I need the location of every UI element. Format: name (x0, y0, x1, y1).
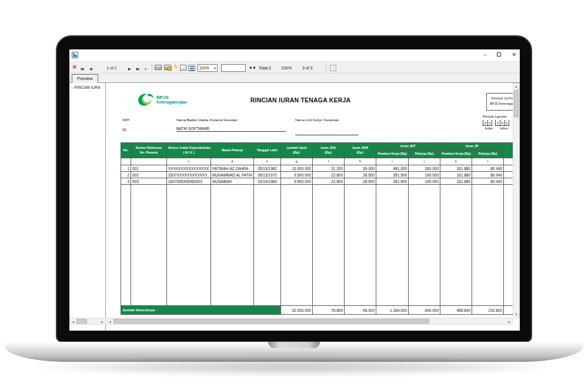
refresh-icon[interactable]: ϟ (174, 64, 177, 71)
tree-expander-icon[interactable]: – (71, 85, 74, 89)
stop-button[interactable]: ■ (145, 65, 146, 72)
table-row: 30033307095305960003NUSAIBAH03/14/19899.… (121, 178, 513, 185)
table-row: 20023307XXXXXXXXXXXXMUHAMMAD AL FATIH05/… (121, 172, 513, 178)
vertical-scrollbar[interactable]: ▲ ▼ (513, 83, 520, 318)
totals-label: Jumlah Seluruhnya (121, 306, 281, 315)
report-viewport: BPJS Ketenagakerjaan RINCIAN IURAN TENAG… (106, 83, 513, 318)
column-letter (121, 158, 131, 165)
total-cell: 640.000 (409, 306, 440, 315)
report-table-body: 1001XXXXXXXXXXXXXXXXFATIMAH AZ ZAHRA05/1… (121, 165, 513, 315)
cell: 22.800 (313, 178, 345, 185)
column-header: Tanggal Lahir (254, 143, 281, 158)
prev-page-button[interactable]: ◀ (89, 65, 92, 72)
scroll-right-icon[interactable]: ► (506, 319, 512, 325)
cell: 22.800 (313, 172, 345, 178)
cell: 9.500.000 (281, 172, 313, 178)
totals-row: Jumlah Seluruhnya32.000.00076.80096.0001… (121, 306, 513, 315)
column-header: Nomor ReferensiNo. Peserta (131, 143, 167, 158)
scroll-up-icon[interactable]: ▲ (513, 84, 519, 89)
column-letter: d (211, 158, 254, 165)
maximize-icon (497, 52, 501, 56)
scroll-down-icon[interactable]: ▼ (513, 311, 519, 317)
column-letter: f (313, 158, 345, 165)
page-indicator: 1 of 1 (98, 65, 126, 72)
search-icon[interactable] (249, 65, 256, 70)
cell: 9.500.000 (281, 178, 313, 185)
column-letter-row: cdegfhijklm (121, 158, 513, 165)
periode-digit: 0 (500, 120, 505, 126)
scrollbar-thumb[interactable] (113, 319, 429, 324)
cell: 80.940 (472, 172, 504, 178)
toolbar-separator (326, 64, 326, 72)
periode-digit: 1 (487, 120, 492, 126)
total-cell (504, 306, 513, 315)
scrollbar-thumb[interactable] (76, 319, 87, 324)
cell: 481.000 (376, 165, 409, 172)
formulir-box: Formulir 2a PU BPJS Ketenagak (486, 93, 513, 111)
search-input[interactable] (221, 64, 246, 72)
cell (131, 185, 167, 306)
cell: 002 (131, 172, 167, 178)
scroll-left-icon[interactable]: ◄ (107, 319, 113, 325)
iuran-table: No.Nomor ReferensiNo. PesertaNomor Induk… (121, 142, 513, 315)
maximize-button[interactable] (497, 52, 501, 58)
cell (376, 185, 409, 306)
tree-item-rincian[interactable]: – RINCIAN IURA (71, 85, 105, 89)
cell: 28.500 (345, 178, 376, 185)
cell: 161.880 (440, 172, 472, 178)
print-setup-icon[interactable] (164, 65, 171, 70)
status-zoom: 100% (281, 65, 292, 72)
cell: XXXXXXXXXXXXXXXX (167, 165, 211, 172)
first-page-button[interactable]: |◀ (81, 65, 83, 72)
horizontal-scrollbar[interactable]: ◄ ► (106, 318, 513, 325)
periode-digit: 2 (495, 120, 500, 126)
cell: 3307XXXXXXXXXXXX (167, 172, 211, 178)
last-page-button[interactable]: ▶| (136, 65, 139, 72)
toggle-group-tree-icon[interactable] (188, 65, 195, 71)
cell: 351.500 (376, 172, 409, 178)
tab-preview[interactable]: Preview (72, 74, 98, 83)
group-tree-panel: – RINCIAN IURA ◄ ► (69, 83, 106, 331)
cell (345, 185, 376, 306)
export-icon[interactable]: ↓ (180, 65, 186, 71)
column-letter: c (167, 158, 211, 165)
laptop-screen: – ✕ ✕ |◀ ◀ 1 of 1 ▶ ▶| ■ ϟ ↓ (69, 49, 520, 331)
cell (504, 185, 513, 306)
scroll-right-icon[interactable]: ► (99, 319, 105, 325)
total-cell: 242.820 (472, 306, 504, 315)
cell: 28.500 (345, 172, 376, 178)
select-mode-icon[interactable] (330, 65, 336, 71)
laptop-notch (268, 342, 320, 348)
column-header: Jumlah Upah(Rp). (281, 143, 313, 158)
minimize-button[interactable]: – (483, 52, 486, 58)
cell (121, 185, 131, 306)
tree-horizontal-scrollbar[interactable]: ◄ ► (69, 318, 106, 325)
scroll-left-icon[interactable]: ◄ (70, 319, 76, 325)
cell: 1 (121, 165, 131, 172)
column-subheader: Pekerja (Rp) (409, 151, 440, 158)
cell (504, 178, 513, 185)
next-page-button[interactable]: ▶ (128, 65, 131, 72)
cell: 001 (131, 165, 167, 172)
cell: 3307095305960003 (167, 178, 211, 185)
cell (167, 185, 211, 306)
close-report-icon[interactable]: ✕ (72, 64, 77, 71)
laptop-shadow (26, 358, 562, 376)
column-letter: g (281, 158, 313, 165)
print-icon[interactable] (155, 65, 162, 70)
column-letter: l (472, 158, 504, 165)
bpjs-brand-text: BPJS Ketenagakerjaan (156, 95, 187, 104)
bpjs-logo: BPJS Ketenagakerjaan (137, 92, 187, 107)
periode-digit: 0 (483, 120, 487, 126)
cell (504, 172, 513, 178)
report-page: BPJS Ketenagakerjaan RINCIAN IURAN TENAG… (106, 83, 513, 318)
column-subheader: Pemberi Kerja (Rp) (376, 151, 409, 158)
laptop-bezel: – ✕ ✕ |◀ ◀ 1 of 1 ▶ ▶| ■ ϟ ↓ (56, 35, 532, 342)
scrollbar-thumb[interactable] (514, 90, 519, 117)
periode-tahun-digits: 201 (495, 120, 509, 126)
cell (504, 165, 513, 172)
zoom-select[interactable]: 100% ▾ (198, 64, 218, 72)
close-button[interactable]: ✕ (512, 52, 516, 58)
total-cell: 32.000.000 (281, 306, 313, 315)
periode-bulan-digits: 01 (483, 120, 492, 126)
